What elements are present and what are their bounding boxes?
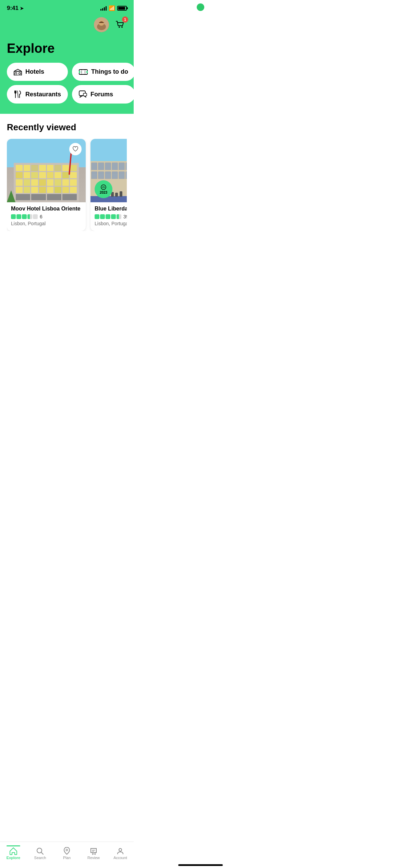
things-to-do-label: Things to do <box>91 68 128 75</box>
card-image-hotel1 <box>7 139 86 202</box>
cards-row: Moov Hotel Lisboa Oriente 6 Lisbon, Port… <box>7 139 127 231</box>
cart-wrapper[interactable]: 1 <box>113 18 127 32</box>
things-to-do-button[interactable]: Things to do <box>72 63 134 81</box>
status-time: 9:41 ➤ <box>7 5 24 12</box>
header: 1 <box>0 14 134 38</box>
status-icons: 📶 <box>100 5 127 11</box>
hotel2-name: Blue Liberdade <box>95 206 127 212</box>
svg-rect-13 <box>83 93 87 96</box>
hotel1-review-count: 6 <box>40 214 42 219</box>
card-blue-liberdade[interactable]: 2023 Blue Liberdade 395 Lisbon, Portugal <box>90 139 127 231</box>
hotel-icon <box>14 69 22 75</box>
hotel1-stars <box>11 214 38 219</box>
hotel1-location: Lisbon, Portugal <box>11 221 82 226</box>
category-grid: Hotels Things to do Restaurants <box>7 63 127 104</box>
recently-viewed-title: Recently viewed <box>7 122 127 133</box>
hotel2-stars <box>95 214 121 219</box>
svg-line-11 <box>17 91 18 98</box>
forums-button[interactable]: Forums <box>72 85 134 104</box>
explore-section: Explore Hotels Things to do <box>0 38 134 114</box>
hotels-label: Hotels <box>25 68 44 75</box>
card-moov-hotel[interactable]: Moov Hotel Lisboa Oriente 6 Lisbon, Port… <box>7 139 86 231</box>
hotels-button[interactable]: Hotels <box>7 63 68 81</box>
svg-point-3 <box>119 26 120 28</box>
explore-title: Explore <box>7 41 127 56</box>
card-info-hotel2: Blue Liberdade 395 Lisbon, Portugal <box>90 202 127 231</box>
svg-rect-8 <box>79 70 87 74</box>
hotel1-rating-row: 6 <box>11 214 82 219</box>
ticket-icon <box>79 69 88 75</box>
status-bar: 9:41 ➤ 📶 <box>0 0 134 14</box>
card-image-hotel2: 2023 <box>90 139 127 202</box>
svg-point-10 <box>86 71 88 73</box>
svg-rect-6 <box>15 73 17 75</box>
forums-label: Forums <box>90 91 113 98</box>
hotel1-name: Moov Hotel Lisboa Oriente <box>11 206 82 212</box>
hotel2-review-count: 395 <box>123 214 127 219</box>
wifi-icon: 📶 <box>109 5 115 11</box>
cart-badge: 1 <box>122 16 128 23</box>
award-year: 2023 <box>100 191 107 194</box>
svg-point-4 <box>121 26 123 28</box>
time-display: 9:41 <box>7 5 19 12</box>
hotel2-location: Lisbon, Portugal <box>95 221 127 226</box>
fork-icon <box>14 91 22 98</box>
card-info-hotel1: Moov Hotel Lisboa Oriente 6 Lisbon, Port… <box>7 202 86 231</box>
hotel2-rating-row: 395 <box>95 214 127 219</box>
signal-icon <box>100 6 107 11</box>
award-badge: 2023 <box>95 180 112 198</box>
restaurants-label: Restaurants <box>25 91 61 98</box>
avatar[interactable] <box>94 17 109 32</box>
location-arrow-icon: ➤ <box>20 6 24 11</box>
heart-button-hotel1[interactable] <box>69 143 82 155</box>
chat-icon <box>79 91 87 98</box>
svg-rect-7 <box>19 73 21 74</box>
restaurants-button[interactable]: Restaurants <box>7 85 68 104</box>
battery-icon <box>117 6 127 11</box>
svg-point-14 <box>101 185 106 190</box>
svg-point-9 <box>79 71 80 73</box>
white-section: Recently viewed <box>0 114 134 262</box>
